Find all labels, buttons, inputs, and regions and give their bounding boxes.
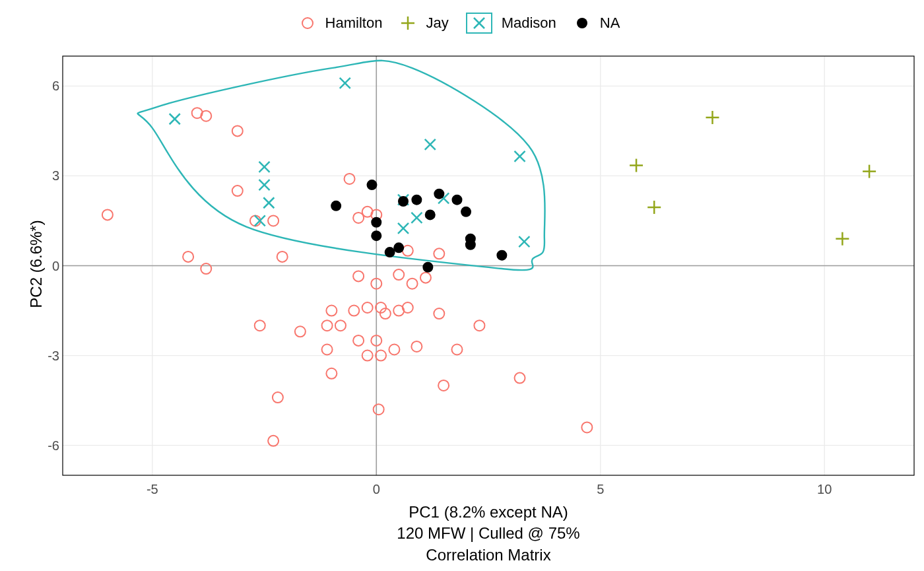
svg-point-119 bbox=[496, 250, 507, 261]
svg-point-109 bbox=[393, 242, 404, 253]
y-tick-label: -6 bbox=[33, 438, 59, 453]
legend-entry-hamilton: Hamilton bbox=[299, 15, 388, 32]
svg-point-5 bbox=[577, 18, 587, 28]
y-tick-label: -3 bbox=[33, 348, 59, 363]
y-tick-label: 6 bbox=[33, 79, 59, 94]
legend-box-icon bbox=[466, 13, 492, 34]
svg-point-105 bbox=[366, 180, 377, 190]
svg-point-115 bbox=[451, 195, 462, 205]
x-axis-label: PC1 (8.2% except NA) bbox=[63, 502, 914, 523]
svg-point-107 bbox=[371, 230, 381, 241]
legend-entry-na: NA bbox=[574, 15, 626, 32]
svg-point-106 bbox=[371, 217, 381, 228]
y-tick-label: 0 bbox=[33, 258, 59, 273]
svg-point-114 bbox=[434, 189, 444, 199]
svg-point-111 bbox=[411, 195, 422, 205]
svg-point-113 bbox=[425, 209, 436, 220]
cross-icon bbox=[471, 15, 487, 31]
x-tick-label: 10 bbox=[817, 482, 832, 497]
svg-point-112 bbox=[422, 262, 433, 273]
plus-icon bbox=[399, 15, 416, 32]
legend-entry-madison: Madison bbox=[466, 13, 562, 34]
svg-point-118 bbox=[465, 240, 476, 250]
y-tick-label: 3 bbox=[33, 168, 59, 184]
scatter-chart: Hamilton Jay Madison NA bbox=[0, 0, 924, 571]
x-axis-label-block: PC1 (8.2% except NA) 120 MFW | Culled @ … bbox=[63, 502, 914, 566]
legend-label: NA bbox=[600, 15, 620, 32]
x-tick-label: 0 bbox=[373, 482, 380, 497]
chart-subtitle-1: 120 MFW | Culled @ 75% bbox=[63, 523, 914, 544]
x-tick-label: -5 bbox=[147, 482, 158, 497]
legend-label: Madison bbox=[502, 15, 556, 32]
legend-label: Jay bbox=[426, 15, 448, 32]
svg-point-110 bbox=[398, 196, 409, 207]
svg-point-108 bbox=[385, 247, 395, 257]
plot-area bbox=[0, 0, 924, 571]
legend: Hamilton Jay Madison NA bbox=[0, 0, 924, 46]
svg-point-116 bbox=[461, 207, 471, 217]
x-tick-label: 5 bbox=[597, 482, 604, 497]
svg-point-104 bbox=[331, 201, 341, 211]
svg-point-0 bbox=[302, 18, 313, 28]
legend-entry-jay: Jay bbox=[399, 15, 453, 32]
chart-subtitle-2: Correlation Matrix bbox=[63, 545, 914, 566]
legend-label: Hamilton bbox=[325, 15, 383, 32]
circle-open-icon bbox=[299, 15, 316, 32]
circle-solid-icon bbox=[574, 15, 591, 32]
